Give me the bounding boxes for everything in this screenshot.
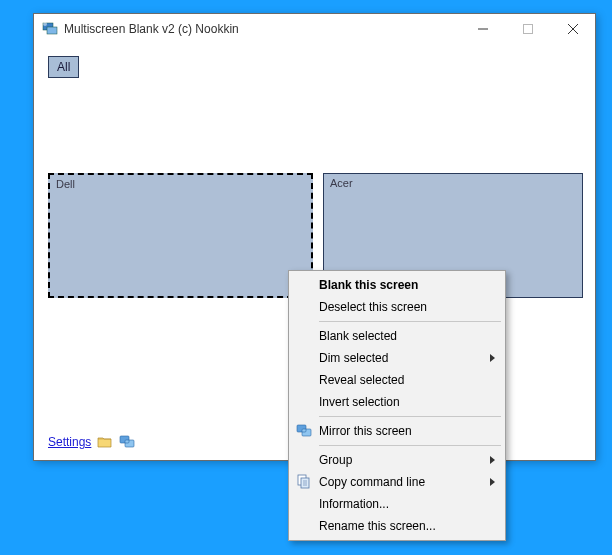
menu-mirror-this-screen[interactable]: Mirror this screen <box>291 420 503 442</box>
svg-rect-12 <box>302 429 311 436</box>
submenu-arrow-icon <box>490 478 495 486</box>
monitor-label: Acer <box>330 177 353 189</box>
monitor-label: Dell <box>56 178 75 190</box>
svg-point-2 <box>43 22 47 26</box>
menu-separator <box>319 445 501 446</box>
menu-deselect-this-screen[interactable]: Deselect this screen <box>291 296 503 318</box>
menu-information[interactable]: Information... <box>291 493 503 515</box>
settings-link[interactable]: Settings <box>48 435 91 449</box>
menu-separator <box>319 416 501 417</box>
titlebar: Multiscreen Blank v2 (c) Nookkin <box>34 14 595 44</box>
menu-rename-this-screen[interactable]: Rename this screen... <box>291 515 503 537</box>
minimize-button[interactable] <box>460 14 505 44</box>
monitors-icon[interactable] <box>119 434 135 450</box>
close-button[interactable] <box>550 14 595 44</box>
context-menu: Blank this screen Deselect this screen B… <box>288 270 506 541</box>
menu-copy-command-line[interactable]: Copy command line <box>291 471 503 493</box>
svg-rect-8 <box>125 440 134 447</box>
submenu-arrow-icon <box>490 456 495 464</box>
window-buttons <box>460 14 595 44</box>
svg-rect-1 <box>47 27 57 34</box>
menu-invert-selection[interactable]: Invert selection <box>291 391 503 413</box>
svg-rect-4 <box>523 25 532 34</box>
menu-blank-this-screen[interactable]: Blank this screen <box>291 274 503 296</box>
menu-dim-selected[interactable]: Dim selected <box>291 347 503 369</box>
menu-blank-selected[interactable]: Blank selected <box>291 325 503 347</box>
app-icon <box>42 21 58 37</box>
monitor-dell[interactable]: Dell <box>48 173 313 298</box>
all-button[interactable]: All <box>48 56 79 78</box>
mirror-icon <box>296 423 312 439</box>
folder-icon[interactable] <box>97 434 113 450</box>
menu-reveal-selected[interactable]: Reveal selected <box>291 369 503 391</box>
menu-group[interactable]: Group <box>291 449 503 471</box>
submenu-arrow-icon <box>490 354 495 362</box>
maximize-button[interactable] <box>505 14 550 44</box>
bottom-bar: Settings <box>48 434 135 450</box>
menu-separator <box>319 321 501 322</box>
copy-icon <box>296 474 312 490</box>
window-title: Multiscreen Blank v2 (c) Nookkin <box>64 22 460 36</box>
